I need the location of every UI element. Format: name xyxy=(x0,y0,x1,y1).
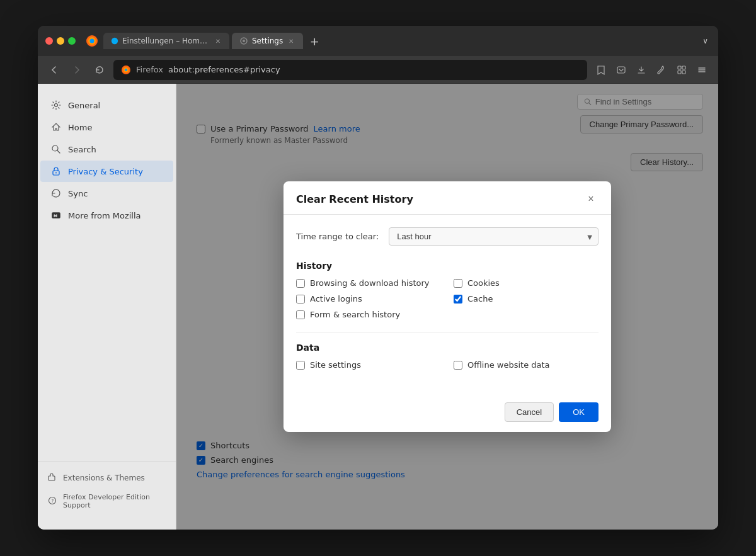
sidebar-item-search-label: Search xyxy=(68,145,96,154)
active-logins-label: Active logins xyxy=(310,294,362,304)
offline-data-item: Offline website data xyxy=(454,360,598,370)
tab-home-assistant-label: Einstellungen – Home Assistant xyxy=(122,37,210,45)
data-checkboxes-grid: Site settings Offline website data xyxy=(296,360,598,370)
traffic-lights xyxy=(45,37,76,45)
svg-rect-12 xyxy=(678,71,681,74)
sidebar-item-extensions[interactable]: Extensions & Themes xyxy=(38,467,176,488)
svg-point-5 xyxy=(243,40,245,42)
cookies-checkbox[interactable] xyxy=(454,279,462,288)
cache-label: Cache xyxy=(467,294,493,304)
new-tab-button[interactable]: + xyxy=(306,32,323,50)
minimize-button[interactable] xyxy=(57,37,64,45)
tab-settings-label: Settings xyxy=(252,37,283,45)
svg-rect-9 xyxy=(617,67,625,73)
lock-icon xyxy=(50,166,62,177)
svg-point-17 xyxy=(55,104,58,107)
nav-bar: Firefox about:preferences#privacy xyxy=(38,56,718,84)
sidebar-item-home-label: Home xyxy=(68,123,92,132)
nav-actions xyxy=(592,61,711,79)
tab-settings[interactable]: Settings ✕ xyxy=(232,33,303,49)
time-range-row: Time range to clear: Last hour Last two … xyxy=(296,227,598,246)
data-heading: Data xyxy=(296,343,598,353)
address-protocol: Firefox xyxy=(136,65,163,74)
clear-history-modal: Clear Recent History × Time range to cle… xyxy=(284,181,611,432)
svg-point-8 xyxy=(125,69,127,71)
form-search-item: Form & search history xyxy=(296,310,441,319)
sidebar-item-search[interactable]: Search xyxy=(40,139,173,160)
browsing-history-checkbox[interactable] xyxy=(296,279,305,288)
ok-button[interactable]: OK xyxy=(559,402,598,422)
sidebar-item-mozilla[interactable]: M More from Mozilla xyxy=(40,205,173,226)
svg-point-2 xyxy=(90,39,94,43)
close-button[interactable] xyxy=(45,37,53,45)
sidebar-item-sync[interactable]: Sync xyxy=(40,183,173,204)
active-logins-checkbox[interactable] xyxy=(296,295,305,304)
history-heading: History xyxy=(296,261,598,271)
sidebar-item-privacy[interactable]: Privacy & Security xyxy=(40,161,173,182)
sidebar-item-general[interactable]: General xyxy=(40,94,173,116)
time-range-label: Time range to clear: xyxy=(296,232,379,241)
support-label: Firefox Developer Edition Support xyxy=(63,493,166,509)
svg-rect-10 xyxy=(678,66,681,69)
modal-footer: Cancel OK xyxy=(284,395,611,432)
sidebar-nav: General Home Search xyxy=(38,94,176,457)
browser-window: Einstellungen – Home Assistant ✕ Setting… xyxy=(38,26,718,530)
download-button[interactable] xyxy=(633,61,650,79)
sidebar-item-home[interactable]: Home xyxy=(40,116,173,138)
site-settings-checkbox[interactable] xyxy=(296,361,305,370)
gear-icon xyxy=(50,99,62,111)
puzzle-icon xyxy=(48,472,57,483)
address-bar[interactable]: Firefox about:preferences#privacy xyxy=(113,60,587,80)
sync-icon xyxy=(50,188,62,199)
history-checkboxes-grid: Browsing & download history Cookies Acti… xyxy=(296,278,598,319)
reload-button[interactable] xyxy=(91,61,108,79)
active-logins-item: Active logins xyxy=(296,294,441,304)
browsing-history-label: Browsing & download history xyxy=(310,278,430,288)
sidebar-item-support[interactable]: ? Firefox Developer Edition Support xyxy=(38,488,176,514)
help-icon: ? xyxy=(48,496,57,507)
offline-data-checkbox[interactable] xyxy=(454,361,462,370)
modal-close-button[interactable]: × xyxy=(583,191,598,207)
bookmark-button[interactable] xyxy=(592,61,610,79)
time-range-select[interactable]: Last hour Last two hours Last four hours… xyxy=(389,227,598,246)
extensions-button[interactable] xyxy=(673,61,690,79)
tab-home-assistant-close[interactable]: ✕ xyxy=(214,37,222,45)
svg-rect-11 xyxy=(682,66,685,69)
svg-text:M: M xyxy=(54,213,57,218)
menu-button[interactable] xyxy=(693,61,711,79)
offline-data-label: Offline website data xyxy=(467,360,550,370)
maximize-button[interactable] xyxy=(68,37,76,45)
cache-checkbox[interactable] xyxy=(454,295,462,304)
tab-list-button[interactable]: ∨ xyxy=(700,34,711,48)
pocket-button[interactable] xyxy=(612,61,630,79)
cookies-item: Cookies xyxy=(454,278,598,288)
site-settings-item: Site settings xyxy=(296,360,441,370)
cache-item: Cache xyxy=(454,294,598,304)
firefox-logo-icon xyxy=(86,35,98,47)
tab-settings-close[interactable]: ✕ xyxy=(287,37,295,45)
browsing-history-item: Browsing & download history xyxy=(296,278,441,288)
tabs-container: Einstellungen – Home Assistant ✕ Setting… xyxy=(103,32,695,50)
back-button[interactable] xyxy=(45,61,63,79)
main-content: Use a Primary Password Learn more Former… xyxy=(176,84,718,530)
tab-home-assistant[interactable]: Einstellungen – Home Assistant ✕ xyxy=(103,33,229,49)
tools-button[interactable] xyxy=(653,61,670,79)
svg-line-19 xyxy=(57,150,60,153)
modal-title: Clear Recent History xyxy=(296,193,413,205)
cookies-label: Cookies xyxy=(467,278,500,288)
time-range-select-wrapper: Last hour Last two hours Last four hours… xyxy=(389,227,598,246)
address-url: about:preferences#privacy xyxy=(168,65,280,74)
modal-body: Time range to clear: Last hour Last two … xyxy=(284,215,611,395)
svg-rect-13 xyxy=(682,71,685,74)
sidebar-item-privacy-label: Privacy & Security xyxy=(68,167,143,176)
svg-text:?: ? xyxy=(52,499,54,504)
sidebar-item-mozilla-label: More from Mozilla xyxy=(68,211,141,220)
home-assistant-tab-icon xyxy=(111,37,118,45)
search-icon xyxy=(50,144,62,155)
form-search-checkbox[interactable] xyxy=(296,310,305,319)
sidebar-item-general-label: General xyxy=(68,101,100,110)
forward-button[interactable] xyxy=(68,61,86,79)
page-content: General Home Search xyxy=(38,84,718,530)
svg-point-3 xyxy=(112,38,118,44)
cancel-button[interactable]: Cancel xyxy=(505,402,554,422)
